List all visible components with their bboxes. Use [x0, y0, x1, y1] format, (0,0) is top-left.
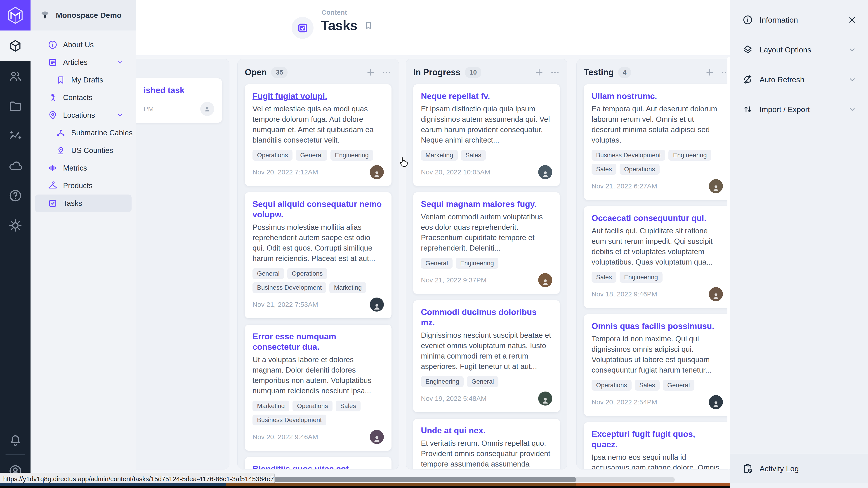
module-cloud-icon[interactable]	[8, 159, 23, 173]
sidebar-item-label: About Us	[63, 40, 94, 49]
bookmark-icon[interactable]	[363, 20, 374, 31]
article-icon	[48, 57, 58, 67]
close-icon[interactable]	[848, 15, 857, 24]
module-insights-icon[interactable]	[8, 129, 23, 143]
module-people-icon[interactable]	[8, 69, 23, 84]
notifications-bell-icon[interactable]	[8, 433, 23, 448]
chevron-down-icon[interactable]	[848, 75, 857, 84]
tag-engineering: Engineering	[669, 150, 711, 161]
sidebar-item-locations[interactable]: Locations	[31, 106, 135, 124]
card-description: Aut facilis qui. Cupiditate sit ratione …	[592, 226, 723, 267]
task-card[interactable]: Omnis quas facilis possimusu.Tempora id …	[584, 314, 730, 416]
sidebar-item-submarine-cables[interactable]: Submarine Cables	[31, 124, 135, 142]
card-title[interactable]: Commodi ducimus doloribus mz.	[421, 307, 552, 328]
card-title[interactable]: Unde at qui nex.	[421, 425, 552, 436]
sidebar-item-us-counties[interactable]: US Counties	[31, 142, 135, 159]
chevron-down-icon[interactable]	[116, 111, 124, 119]
tag-operations: Operations	[252, 150, 292, 161]
card-footer: Nov 21, 2022 9:37PM	[421, 273, 552, 287]
column-menu-icon[interactable]	[550, 67, 560, 77]
card-title[interactable]: Occaecati consequuntur qul.	[592, 213, 723, 223]
sidebar-item-articles[interactable]: Articles	[31, 54, 135, 71]
card-title[interactable]: Fugit fugiat volupi.	[252, 91, 384, 101]
page-header: Content Tasks	[135, 0, 730, 55]
card-title[interactable]: Sequi magnam maiores fugy.	[421, 199, 552, 209]
column-count-badge: 10	[465, 67, 481, 78]
sidebar-item-my-drafts[interactable]: My Drafts	[31, 71, 135, 89]
avatar	[370, 430, 384, 444]
card-title[interactable]: ished task	[135, 85, 214, 96]
tag-general: General	[252, 268, 284, 279]
monospace-logo-icon	[5, 5, 26, 26]
activity-log-button[interactable]: Activity Log	[730, 454, 868, 483]
task-card[interactable]: Excepturi fugit fugit quos, quaez.Ipsa n…	[584, 422, 730, 469]
tag-engineering: Engineering	[456, 258, 498, 269]
module-help-icon[interactable]	[8, 188, 23, 203]
column-header: Testing4	[584, 65, 730, 79]
task-card[interactable]: Fugit fugiat volupi.Vel et molestiae qui…	[245, 84, 392, 186]
card-footer: Nov 20, 2022 10:05AM	[421, 165, 552, 179]
sidebar-item-about-us[interactable]: About Us	[31, 36, 135, 54]
avatar	[538, 392, 552, 405]
task-card[interactable]: Ullam nostrumc.Ea tempora qui. Aut deser…	[584, 84, 730, 200]
module-content[interactable]	[0, 31, 31, 61]
app-logo[interactable]	[0, 0, 31, 31]
vertical-scrollbar[interactable]	[727, 57, 730, 469]
avatar	[709, 179, 723, 193]
card-description: Ut a voluptas labore et dolores magnam. …	[252, 355, 384, 396]
panel-item-information[interactable]: Information	[730, 5, 868, 35]
card-date: Nov 20, 2022 9:46AM	[252, 433, 318, 441]
task-card[interactable]: Commodi ducimus doloribus mz.Dignissimos…	[413, 300, 560, 412]
sidebar-item-contacts[interactable]: Contacts	[31, 89, 135, 106]
panel-item-import-export[interactable]: Import / Export	[730, 94, 868, 124]
card-date: Nov 20, 2022 10:05AM	[421, 168, 490, 176]
panel-item-layout-options[interactable]: Layout Options	[730, 35, 868, 65]
task-card[interactable]: Error esse numquam consectetur dua.Ut a …	[245, 325, 392, 451]
panel-item-label: Import / Export	[760, 105, 810, 114]
module-gear-icon[interactable]	[8, 218, 23, 233]
task-card[interactable]: Occaecati consequuntur qul.Aut facilis q…	[584, 206, 730, 308]
task-card[interactable]: Unde at qui nex.Et veritatis rerum. Omni…	[413, 419, 560, 469]
add-card-icon[interactable]	[534, 67, 544, 77]
sidebar: Monospace Demo About UsArticlesMy Drafts…	[31, 0, 135, 488]
card-title[interactable]: Ullam nostrumc.	[592, 91, 723, 101]
card-footer: Nov 20, 2022 9:46AM	[252, 430, 384, 444]
chevron-down-icon[interactable]	[116, 59, 124, 66]
column-title: Testing	[584, 68, 614, 77]
chevron-down-icon[interactable]	[848, 105, 857, 114]
module-folder-icon[interactable]	[8, 99, 23, 113]
card-title[interactable]: Blanditiis quos vitae cot.	[252, 464, 384, 469]
card-tags: OperationsGeneralEngineering	[252, 150, 384, 161]
add-card-icon[interactable]	[705, 67, 715, 77]
card-tags: Business DevelopmentEngineeringSalesOper…	[592, 150, 723, 175]
task-card[interactable]: Sequi magnam maiores fugy.Veniam commodi…	[413, 192, 560, 294]
task-card[interactable]: Neque repellat fv.Et ipsam distinctio qu…	[413, 84, 560, 186]
card-tags: GeneralEngineering	[421, 258, 552, 269]
breadcrumb[interactable]: Content	[321, 8, 347, 16]
card-title[interactable]: Sequi aliquid consequatur nemo volupw.	[252, 199, 384, 220]
card-title[interactable]: Excepturi fugit fugit quos, quaez.	[592, 429, 723, 450]
task-card[interactable]: ished taskPM	[135, 78, 222, 123]
avatar	[370, 165, 384, 179]
column-menu-icon[interactable]	[381, 67, 392, 77]
card-title[interactable]: Neque repellat fv.	[421, 91, 552, 101]
card-title[interactable]: Error esse numquam consectetur dua.	[252, 331, 384, 352]
add-card-icon[interactable]	[366, 67, 376, 77]
network-nodes-icon	[56, 128, 66, 138]
task-card[interactable]: Blanditiis quos vitae cot.Rerum enim ten…	[245, 457, 392, 469]
card-description: Veniam commodi autem voluptatibus eos do…	[421, 212, 552, 253]
tag-sales: Sales	[592, 164, 616, 175]
tag-sales: Sales	[635, 380, 659, 391]
info-circle-icon	[742, 14, 753, 25]
sidebar-item-products[interactable]: Products	[31, 177, 135, 195]
card-date: Nov 21, 2022 9:37PM	[421, 276, 487, 284]
collection-icon-circle	[291, 17, 313, 39]
tag-general: General	[663, 380, 694, 391]
chevron-down-icon[interactable]	[848, 45, 857, 54]
sidebar-item-tasks[interactable]: Tasks	[35, 195, 131, 212]
panel-item-auto-refresh[interactable]: Auto Refresh	[730, 65, 868, 94]
sidebar-item-metrics[interactable]: Metrics	[31, 159, 135, 177]
task-card[interactable]: Sequi aliquid consequatur nemo volupw.Po…	[245, 192, 392, 318]
project-header[interactable]: Monospace Demo	[31, 0, 135, 31]
card-title[interactable]: Omnis quas facilis possimusu.	[592, 321, 723, 331]
